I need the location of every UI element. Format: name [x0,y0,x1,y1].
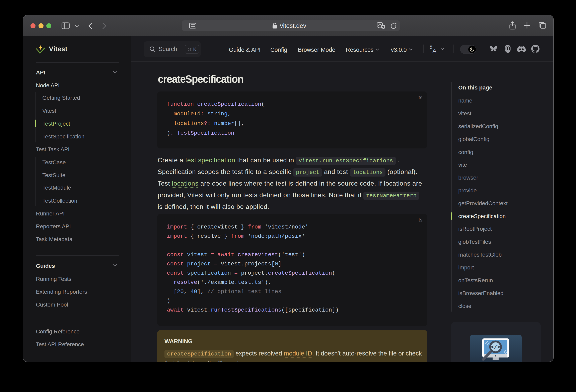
svg-text:</>: </> [491,344,500,350]
svg-text:A: A [432,48,436,54]
